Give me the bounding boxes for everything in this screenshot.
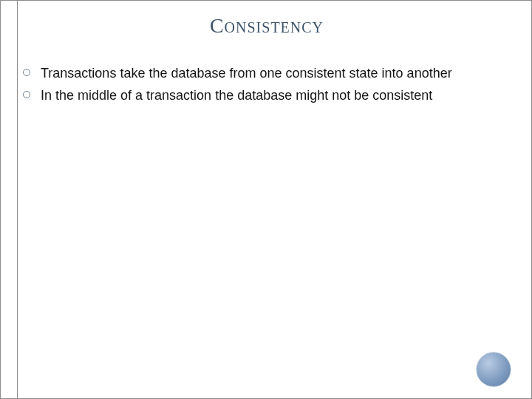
bullet-text: Transactions take the database from one …: [41, 64, 516, 82]
bullet-icon: [23, 91, 30, 98]
decorative-orb-icon: [477, 352, 511, 386]
slide-title: Consistency: [1, 14, 532, 38]
left-rule: [17, 1, 18, 399]
list-item: Transactions take the database from one …: [23, 64, 516, 82]
slide-body: Transactions take the database from one …: [23, 64, 516, 109]
list-item: In the middle of a transaction the datab…: [23, 86, 516, 104]
bullet-icon: [23, 69, 30, 76]
bullet-text: In the middle of a transaction the datab…: [41, 86, 516, 104]
slide: Consistency Transactions take the databa…: [0, 0, 532, 399]
